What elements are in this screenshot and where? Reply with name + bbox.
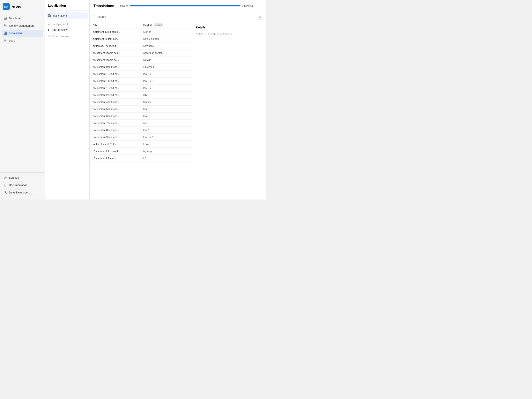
table-row[interactable]: b.element-29.text-con... Select an Item: [89, 35, 192, 42]
row-key: div.element-9.text-con...: [93, 135, 143, 139]
row-value: I'm styled!: [143, 65, 189, 68]
row-value: low B / D: [143, 86, 189, 90]
search-bar: [89, 12, 266, 22]
panel-nav-translations[interactable]: Translations: [46, 12, 88, 19]
table-row[interactable]: div.element-9.text-con... low B / A: [89, 134, 192, 141]
sidebar-item-settings-label: Settings: [9, 176, 19, 179]
row-value: low B / A: [143, 135, 189, 139]
row-key: button.say_hello.text: [93, 45, 143, 47]
filter-icon: [259, 15, 261, 18]
svg-rect-6: [6, 32, 7, 33]
svg-rect-15: [50, 14, 51, 15]
row-value: Sign in: [143, 30, 189, 33]
row-key: div.element-27.text-co...: [93, 94, 143, 97]
row-value: top C: [143, 115, 189, 117]
row-key: div.element-10.text-co...: [93, 72, 143, 75]
panel-nav-translations-label: Translations: [53, 14, 68, 17]
row-value: DIV: [143, 94, 189, 97]
row-key: div.element-5.text-con...: [93, 108, 143, 110]
chart-icon: [4, 17, 7, 20]
row-value: low B / C: [143, 79, 189, 82]
sidebar-item-identity-label: Identity Management: [9, 24, 34, 27]
table-row[interactable]: div.element-12.text-co... low B / D: [89, 84, 192, 91]
svg-point-4: [6, 25, 6, 26]
column-key-header: Key: [93, 23, 143, 26]
row-key: div.element-11.text-co...: [93, 79, 143, 82]
row-key: div.element-12.text-co...: [93, 86, 143, 90]
sidebar-item-user[interactable]: Dave Developer: [1, 189, 43, 196]
sidebar-item-identity[interactable]: Identity Management: [1, 22, 43, 29]
table-row[interactable]: button.say_hello.text Say hello: [89, 42, 192, 50]
table-row[interactable]: div.content-vaadin-acc... accordion cont…: [89, 50, 192, 57]
table-row[interactable]: div.element-6.text-con... top C: [89, 113, 192, 120]
svg-point-13: [5, 191, 6, 193]
sidebar-item-documentation[interactable]: Documentation: [1, 182, 43, 189]
translations-table: Key English Default a.element-1.text-con…: [89, 22, 192, 200]
details-placeholder-text: Select a message to see details.: [196, 32, 262, 35]
table-row[interactable]: div.element-0.text-con... I'm styled!: [89, 64, 192, 71]
svg-rect-17: [50, 16, 51, 17]
open-preview-button[interactable]: Open preview: [46, 33, 88, 39]
row-value: Footer: [143, 143, 189, 146]
svg-rect-9: [4, 39, 6, 40]
svg-rect-10: [4, 40, 6, 41]
app-header[interactable]: MA My App ⌄: [0, 0, 44, 13]
table-body: a.element-1.text-conte... Sign in b.elem…: [89, 28, 192, 200]
sidebar-item-user-label: Dave Developer: [9, 191, 28, 194]
sidebar-item-dashboard[interactable]: Dashboard: [1, 15, 43, 22]
preview-section-title: Preview deployment: [45, 20, 89, 27]
row-value: Say hello: [143, 45, 189, 47]
svg-rect-8: [6, 33, 7, 34]
row-key: div.element-7.text-con...: [93, 122, 143, 124]
grid-icon: [4, 31, 7, 35]
sidebar-item-settings[interactable]: Settings: [1, 174, 43, 181]
filter-button[interactable]: [257, 14, 263, 20]
svg-point-12: [5, 177, 6, 178]
users-icon: [4, 24, 7, 27]
progress-bar: [130, 5, 241, 6]
start-preview-button[interactable]: ▶ Start preview: [46, 27, 88, 33]
table-header: Key English Default: [89, 22, 192, 28]
book-icon: [4, 183, 7, 187]
table-row[interactable]: div.element-27.text-co... DIV: [89, 91, 192, 99]
row-key: div.element-0.text-con...: [93, 65, 143, 68]
table-row[interactable]: div.element-7.text-con... mid: [89, 120, 192, 127]
table-row[interactable]: div.element-4.text-con... top aA: [89, 99, 192, 106]
table-row[interactable]: div.element-8.text-con... low A: [89, 127, 192, 134]
table-row[interactable]: div.element-11.text-co... low B / C: [89, 77, 192, 84]
table-row[interactable]: a.element-1.text-conte... Sign in: [89, 28, 192, 35]
row-value: low B / B: [143, 72, 189, 75]
table-row[interactable]: div.element-10.text-co... low B / B: [89, 71, 192, 77]
table-row[interactable]: footer.element-28.text... Footer: [89, 141, 192, 148]
sidebar-item-logs[interactable]: Logs: [1, 37, 43, 44]
chevron-down-icon: ⌄: [40, 5, 42, 8]
nav-items: Dashboard Identity Management: [0, 13, 44, 172]
table-row[interactable]: h1.element-0.text-cont... My App: [89, 148, 192, 155]
svg-rect-2: [6, 17, 7, 20]
row-key: div.content-vaadin-acc...: [93, 51, 143, 54]
sidebar-bottom: Settings Documentation Dave Developer: [0, 172, 44, 200]
sidebar-item-localization[interactable]: Localization: [1, 30, 43, 37]
table-row[interactable]: h1.element-20.text-co... H1: [89, 155, 192, 162]
svg-rect-1: [5, 18, 6, 20]
more-options-button[interactable]: …: [256, 3, 262, 9]
sidebar-item-dashboard-label: Dashboard: [9, 17, 22, 20]
search-input[interactable]: [97, 15, 255, 18]
sidebar: MA My App ⌄ Dashboard: [0, 0, 45, 200]
sidebar-item-localization-label: Localization: [9, 32, 23, 35]
row-value: My App: [143, 150, 189, 153]
panel-nav: Translations: [45, 11, 89, 20]
svg-point-3: [4, 25, 6, 26]
localization-panel-title: Localization: [45, 0, 89, 11]
table-row[interactable]: div.content-vaadin-det... Details: [89, 57, 192, 64]
svg-rect-16: [49, 16, 50, 17]
column-lang-label: English: [143, 24, 152, 26]
svg-rect-14: [49, 14, 50, 15]
row-key: div.element-8.text-con...: [93, 129, 143, 131]
row-key: h1.element-20.text-co...: [93, 157, 143, 160]
row-key: b.element-29.text-con...: [93, 37, 143, 40]
row-key: h1.element-0.text-cont...: [93, 150, 143, 153]
table-row[interactable]: div.element-5.text-con... top B: [89, 106, 192, 113]
row-value: top B: [143, 108, 189, 110]
column-lang-header: English Default: [143, 23, 189, 26]
